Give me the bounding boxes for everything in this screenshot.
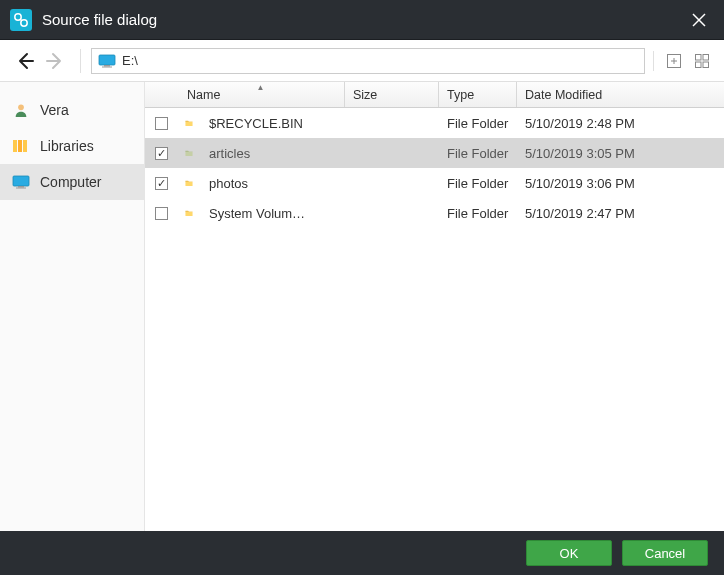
svg-rect-6	[104, 65, 110, 67]
header-checkbox[interactable]	[145, 82, 177, 107]
sidebar-item-label: Libraries	[40, 138, 94, 154]
header-name[interactable]: Name ▲	[177, 82, 345, 107]
svg-rect-13	[696, 62, 702, 68]
path-text: E:\	[122, 53, 138, 68]
row-date: 5/10/2019 3:05 PM	[517, 146, 697, 161]
plus-box-icon	[666, 53, 682, 69]
grid-icon	[694, 53, 710, 69]
new-folder-button[interactable]	[662, 49, 686, 73]
row-name: photos	[201, 176, 345, 191]
svg-point-15	[18, 104, 24, 110]
sidebar-item-vera[interactable]: Vera	[0, 92, 144, 128]
row-checkbox[interactable]	[155, 177, 168, 190]
row-type: File Folder	[439, 206, 517, 221]
row-type: File Folder	[439, 176, 517, 191]
svg-rect-5	[99, 55, 115, 65]
view-mode-button[interactable]	[690, 49, 714, 73]
forward-button[interactable]	[40, 46, 70, 76]
file-row[interactable]: photosFile Folder5/10/2019 3:06 PM	[145, 168, 724, 198]
row-checkbox[interactable]	[155, 207, 168, 220]
svg-rect-7	[102, 66, 112, 67]
sidebar-item-computer[interactable]: Computer	[0, 164, 144, 200]
close-button[interactable]	[684, 5, 714, 35]
svg-rect-17	[18, 140, 22, 152]
dialog-title: Source file dialog	[42, 11, 157, 28]
svg-rect-21	[16, 188, 26, 189]
titlebar: Source file dialog	[0, 0, 724, 40]
row-name: articles	[201, 146, 345, 161]
library-icon	[12, 138, 30, 154]
row-type: File Folder	[439, 116, 517, 131]
svg-rect-20	[18, 186, 24, 188]
dialog-footer: OK Cancel	[0, 531, 724, 575]
row-date: 5/10/2019 2:47 PM	[517, 206, 697, 221]
file-rows: $RECYCLE.BINFile Folder5/10/2019 2:48 PM…	[145, 108, 724, 531]
row-checkbox[interactable]	[155, 117, 168, 130]
file-row[interactable]: articlesFile Folder5/10/2019 3:05 PM	[145, 138, 724, 168]
row-name: System Volum…	[201, 206, 345, 221]
file-row[interactable]: $RECYCLE.BINFile Folder5/10/2019 2:48 PM	[145, 108, 724, 138]
row-type: File Folder	[439, 146, 517, 161]
toolbar: E:\	[0, 40, 724, 82]
dialog-frame: Source file dialog E:\	[0, 0, 724, 575]
app-icon	[10, 9, 32, 31]
folder-icon	[177, 115, 201, 131]
sidebar-item-libraries[interactable]: Libraries	[0, 128, 144, 164]
sidebar: Vera Libraries Computer	[0, 82, 145, 531]
arrow-left-icon	[15, 51, 35, 71]
svg-rect-11	[696, 54, 702, 60]
folder-icon	[177, 175, 201, 191]
main-area: Vera Libraries Computer Name ▲ Size Type…	[0, 82, 724, 531]
back-button[interactable]	[10, 46, 40, 76]
folder-icon	[177, 145, 201, 161]
header-type[interactable]: Type	[439, 82, 517, 107]
svg-rect-19	[13, 176, 29, 186]
column-headers: Name ▲ Size Type Date Modified	[145, 82, 724, 108]
row-name: $RECYCLE.BIN	[201, 116, 345, 131]
file-row[interactable]: System Volum…File Folder5/10/2019 2:47 P…	[145, 198, 724, 228]
cancel-button[interactable]: Cancel	[622, 540, 708, 566]
sidebar-item-label: Computer	[40, 174, 101, 190]
svg-line-2	[20, 19, 22, 21]
sort-asc-icon: ▲	[257, 83, 265, 92]
monitor-icon	[12, 174, 30, 190]
svg-rect-18	[23, 140, 27, 152]
toolbar-separator	[80, 49, 81, 73]
ok-button[interactable]: OK	[526, 540, 612, 566]
user-icon	[12, 102, 30, 118]
path-input[interactable]: E:\	[91, 48, 645, 74]
toolbar-separator-2	[653, 51, 654, 71]
folder-icon	[177, 205, 201, 221]
header-size[interactable]: Size	[345, 82, 439, 107]
file-panel: Name ▲ Size Type Date Modified $RECYCLE.…	[145, 82, 724, 531]
monitor-icon	[98, 54, 116, 68]
row-date: 5/10/2019 3:06 PM	[517, 176, 697, 191]
svg-rect-12	[703, 54, 709, 60]
row-checkbox[interactable]	[155, 147, 168, 160]
svg-rect-14	[703, 62, 709, 68]
sidebar-item-label: Vera	[40, 102, 69, 118]
svg-rect-16	[13, 140, 17, 152]
arrow-right-icon	[45, 51, 65, 71]
close-icon	[692, 13, 706, 27]
row-date: 5/10/2019 2:48 PM	[517, 116, 697, 131]
header-date-modified[interactable]: Date Modified	[517, 82, 724, 107]
